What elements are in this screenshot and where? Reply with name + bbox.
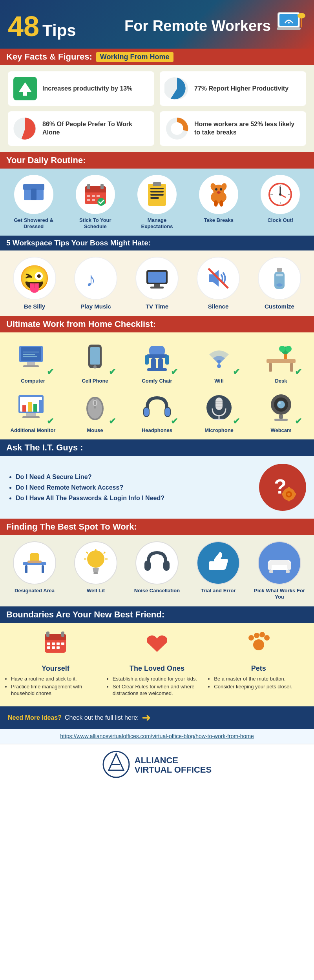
svg-rect-156 (52, 646, 55, 649)
customize-icon (258, 257, 301, 300)
checklist-label: Ultimate Work from Home Checklist: (6, 319, 156, 329)
spot-label-welllit: Well Lit (87, 588, 105, 594)
svg-point-160 (254, 633, 259, 638)
footer-link[interactable]: https://www.alliancevirtualoffices.com/v… (60, 733, 254, 739)
routine-grid: Get Showered & Dressed (4, 175, 310, 229)
svg-rect-18 (85, 190, 106, 192)
checklist-label-cellphone: Cell Phone (82, 378, 108, 384)
svg-point-130 (87, 550, 104, 568)
svg-rect-143 (270, 560, 289, 565)
svg-line-133 (104, 552, 105, 554)
workspace-grid: 😜 Be Silly ♪ Play Music TV Time (4, 257, 310, 310)
svg-rect-53 (148, 272, 166, 283)
it-question-2: Do I Need Remote Network Access? (16, 484, 251, 492)
check-chair: ✔ (171, 367, 178, 377)
header-subtitle: For Remote Workers (124, 17, 271, 35)
check-cellphone: ✔ (109, 367, 116, 377)
checklist-chair: ✔ Comfy Chair (131, 339, 183, 384)
svg-rect-116 (274, 419, 288, 421)
svg-rect-54 (154, 284, 160, 287)
daily-routine-bar: Your Daily Routine: (0, 152, 314, 169)
svg-rect-76 (147, 368, 167, 371)
it-list: Do I Need A Secure Line? Do I Need Remot… (16, 473, 251, 502)
svg-rect-123 (282, 493, 284, 495)
boundary-list-loved: Establish a daily routine for your kids.… (113, 676, 208, 699)
svg-rect-126 (25, 565, 27, 573)
footer-cta-bold: Need More Ideas? (8, 714, 62, 721)
routine-item-expectations: Manage Expectations (133, 175, 181, 229)
laptop-icon (275, 8, 306, 45)
svg-rect-20 (100, 184, 104, 189)
best-spot-bar: Finding The Best Spot To Work: (0, 519, 314, 535)
svg-rect-78 (165, 355, 169, 365)
brand-tagline: VIRTUAL OFFICES (135, 765, 212, 775)
svg-point-61 (276, 283, 283, 287)
svg-rect-22 (92, 195, 95, 197)
spot-noise-cancel: Noise Cancellation (131, 541, 183, 600)
routine-label-showered: Get Showered & Dressed (10, 217, 57, 229)
check-mouse: ✔ (109, 416, 116, 426)
boundaries-grid: Yourself Have a routine and stick to it.… (8, 629, 306, 699)
checklist-computer: ✔ Computer (7, 339, 58, 384)
check-addmonitor: ✔ (47, 416, 54, 426)
brand-company: ALLIANCE (135, 756, 212, 765)
svg-rect-15 (31, 189, 37, 200)
svg-rect-70 (90, 347, 100, 365)
svg-point-3 (288, 22, 290, 24)
checklist-addmonitor: ✔ Additional Monitor (7, 388, 58, 434)
svg-rect-55 (150, 287, 164, 289)
checklist-label-microphone: Microphone (204, 427, 234, 434)
silly-icon: 😜 (13, 257, 56, 300)
svg-marker-6 (19, 82, 31, 92)
svg-point-114 (278, 402, 281, 404)
svg-rect-90 (28, 402, 32, 412)
arrow-up-icon (13, 76, 38, 101)
svg-rect-64 (27, 362, 35, 365)
checklist-label-webcam: Webcam (270, 427, 291, 434)
spot-pick-works: Pick What Works For You (254, 541, 305, 600)
checklist-desk: ✔ Desk (256, 339, 307, 384)
footer-cta-sub: Check out the full list here: (65, 714, 139, 721)
svg-point-41 (219, 200, 223, 207)
loved-ones-icon (143, 629, 171, 662)
pie-chart-blue-icon (164, 76, 190, 101)
svg-point-86 (285, 346, 292, 352)
svg-rect-131 (93, 572, 98, 574)
svg-point-5 (298, 13, 305, 18)
routine-label-expectations: Manage Expectations (133, 217, 181, 229)
fact-card-productivity: Increases productivity by 13% (8, 71, 154, 106)
key-facts-grid: Increases productivity by 13% 77% Report… (8, 71, 306, 146)
branding-section: ALLIANCE VIRTUAL OFFICES (0, 744, 314, 786)
tv-icon (135, 257, 179, 300)
desk-icon: ✔ (259, 339, 303, 378)
routine-item-showered: Get Showered & Dressed (10, 175, 57, 229)
svg-rect-89 (22, 405, 26, 412)
spot-welllit: Well Lit (70, 541, 121, 600)
key-facts-bar: Key Facts & Figures: Working From Home (0, 49, 314, 65)
svg-rect-124 (294, 493, 296, 495)
page-header: 48 Tips For Remote Workers (0, 0, 314, 49)
boundary-loved-ones: The Loved Ones Establish a daily routine… (110, 629, 205, 699)
svg-rect-24 (87, 199, 90, 201)
routine-item-schedule: Stick To Your Schedule (72, 175, 119, 229)
header-number: 48 (8, 12, 39, 40)
svg-rect-32 (153, 182, 161, 186)
svg-rect-30 (150, 194, 164, 196)
checklist-label-headphones: Headphones (142, 427, 172, 434)
svg-point-79 (217, 364, 221, 368)
headphones-icon: ✔ (135, 388, 179, 427)
svg-point-162 (264, 635, 270, 641)
svg-rect-103 (165, 408, 170, 416)
webcam-icon: ✔ (259, 388, 303, 427)
boundary-title-yourself: Yourself (42, 664, 69, 673)
it-bar: Ask The I.T. Guys : (0, 439, 314, 456)
noise-cancel-icon (135, 541, 179, 584)
svg-rect-153 (57, 642, 60, 645)
svg-rect-121 (288, 487, 290, 490)
workspace-item-silence: Silence (193, 257, 244, 310)
computer-icon: ✔ (11, 339, 55, 378)
svg-rect-25 (92, 199, 95, 201)
boundary-bullet-1: Have a routine and stick to it. (11, 676, 106, 682)
svg-rect-80 (267, 359, 296, 363)
well-lit-icon (74, 541, 117, 584)
